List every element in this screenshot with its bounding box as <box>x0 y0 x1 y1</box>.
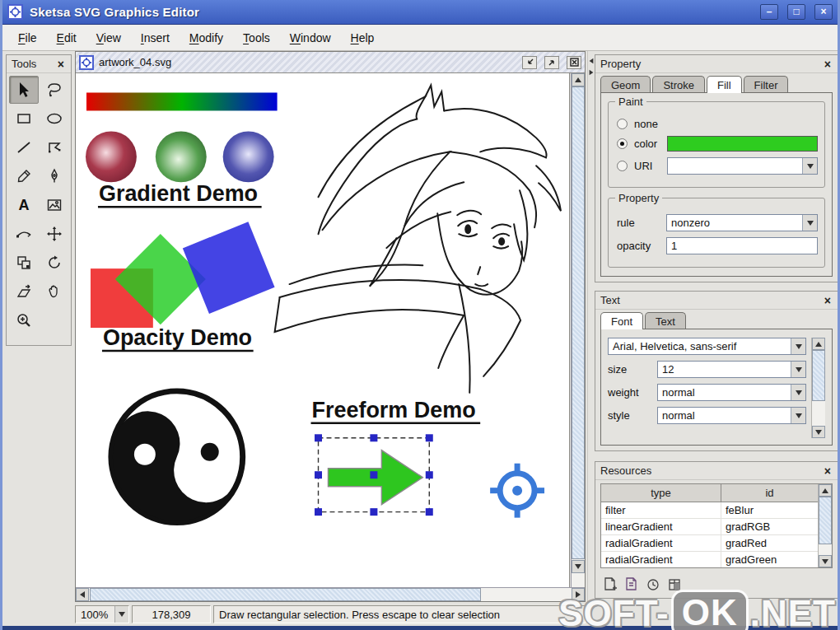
gradient-demo-group[interactable]: Gradient Demo <box>86 92 278 207</box>
pencil-tool-icon[interactable] <box>9 162 39 190</box>
resources-panel-header: Resources × <box>595 462 838 480</box>
tab-filter[interactable]: Filter <box>744 76 789 93</box>
canvas-vertical-scrollbar[interactable] <box>571 73 585 587</box>
tab-geom[interactable]: Geom <box>600 76 651 93</box>
node-edit-tool-icon[interactable] <box>9 220 39 248</box>
paint-uri-radio[interactable] <box>617 161 628 171</box>
rotate-tool-icon[interactable] <box>40 249 69 277</box>
collapse-left-icon[interactable] <box>590 58 594 63</box>
combo-arrow-icon[interactable] <box>791 385 805 400</box>
document-frame-titlebar[interactable]: artwork_04.svg <box>76 52 585 73</box>
move-tool-icon[interactable] <box>40 220 69 248</box>
combo-arrow-icon[interactable] <box>802 215 817 231</box>
tab-font[interactable]: Font <box>600 312 643 329</box>
property-panel-close-icon[interactable]: × <box>823 58 833 70</box>
scroll-up-icon[interactable] <box>572 73 585 86</box>
menu-insert[interactable]: Insert <box>132 27 179 49</box>
size-combobox[interactable]: 12 <box>657 361 806 378</box>
frame-restore-icon[interactable] <box>544 56 559 69</box>
collapse-right-icon[interactable] <box>590 70 594 75</box>
zoom-dropdown-icon[interactable] <box>114 606 128 623</box>
resources-panel-close-icon[interactable]: × <box>823 465 833 477</box>
scroll-up-icon[interactable] <box>812 338 825 350</box>
lasso-tool-icon[interactable] <box>40 76 69 104</box>
frame-minimize-icon[interactable] <box>522 56 537 69</box>
close-button[interactable]: × <box>814 4 833 20</box>
text-panel-close-icon[interactable]: × <box>823 295 833 306</box>
svg-canvas[interactable]: Gradient Demo Opacity Demo Freeform D <box>76 73 570 587</box>
combo-arrow-icon[interactable] <box>791 338 805 354</box>
combo-arrow-icon[interactable] <box>802 158 817 174</box>
scroll-left-icon[interactable] <box>76 588 89 601</box>
property-group-title: Property <box>615 192 662 204</box>
ellipse-tool-icon[interactable] <box>40 105 69 133</box>
paint-none-radio[interactable] <box>617 119 628 129</box>
crosshair-shape[interactable] <box>490 464 544 518</box>
hand-tool-icon[interactable] <box>40 278 69 306</box>
dock-splitter[interactable] <box>587 51 594 602</box>
rectangle-tool-icon[interactable] <box>9 105 39 133</box>
font-family-combobox[interactable]: Arial, Helvetica, sans-serif <box>608 338 806 355</box>
image-tool-icon[interactable] <box>40 191 69 219</box>
frame-close-icon[interactable] <box>567 56 581 69</box>
tab-fill[interactable]: Fill <box>707 76 742 93</box>
table-row[interactable]: radialGradient gradGreen <box>601 552 818 567</box>
combo-arrow-icon[interactable] <box>791 362 805 377</box>
scroll-up-icon[interactable] <box>819 484 832 497</box>
delete-resource-icon[interactable] <box>646 577 660 592</box>
uri-combobox[interactable] <box>667 157 818 175</box>
line-tool-icon[interactable] <box>9 133 39 161</box>
vertical-scroll-thumb[interactable] <box>572 86 585 559</box>
group-tool-icon[interactable] <box>9 249 39 277</box>
edit-resource-icon[interactable] <box>668 577 682 592</box>
menu-view[interactable]: View <box>87 27 130 49</box>
resources-table-header[interactable]: type id <box>601 484 818 502</box>
table-row[interactable]: radialGradient gradRed <box>601 535 818 552</box>
text-scroll-thumb[interactable] <box>812 350 825 401</box>
menu-file[interactable]: File <box>9 27 46 49</box>
scroll-down-icon[interactable] <box>819 555 832 567</box>
menu-help[interactable]: Help <box>342 27 384 49</box>
table-row[interactable]: filter feBlur <box>601 502 818 519</box>
scroll-down-icon[interactable] <box>572 560 585 573</box>
zoom-tool-icon[interactable] <box>9 306 39 334</box>
resources-scrollbar[interactable] <box>818 484 832 567</box>
polygon-tool-icon[interactable] <box>40 133 69 161</box>
style-combobox[interactable]: normal <box>657 407 806 424</box>
tools-panel-close-icon[interactable]: × <box>56 58 66 70</box>
paint-color-radio[interactable] <box>617 138 628 149</box>
yin-yang-group[interactable] <box>91 391 249 542</box>
fill-color-swatch[interactable] <box>667 136 818 152</box>
combo-arrow-icon[interactable] <box>791 408 805 423</box>
manga-drawing[interactable] <box>275 85 561 392</box>
table-row[interactable]: linearGradient gradRGB <box>601 519 818 535</box>
minimize-button[interactable]: – <box>760 4 778 20</box>
freeform-demo-group[interactable]: Freeform Demo <box>311 398 481 516</box>
opacity-demo-group[interactable]: Opacity Demo <box>91 222 275 351</box>
menu-window[interactable]: Window <box>281 27 340 49</box>
tab-text[interactable]: Text <box>645 312 686 329</box>
resources-panel-title: Resources <box>600 464 823 477</box>
resources-scroll-thumb[interactable] <box>819 497 832 544</box>
add-resource-icon[interactable] <box>604 577 618 592</box>
canvas-horizontal-scrollbar[interactable] <box>76 587 585 601</box>
canvas-area: Gradient Demo Opacity Demo Freeform D <box>76 73 585 601</box>
horizontal-scroll-thumb[interactable] <box>90 588 481 601</box>
scroll-down-icon[interactable] <box>812 426 825 438</box>
zoom-level-select[interactable]: 100% <box>75 605 129 623</box>
pen-tool-icon[interactable] <box>40 162 69 190</box>
select-tool-icon[interactable] <box>9 76 39 104</box>
tab-stroke[interactable]: Stroke <box>652 76 705 93</box>
menu-tools[interactable]: Tools <box>234 27 279 49</box>
menu-modify[interactable]: Modify <box>180 27 232 49</box>
scroll-right-icon[interactable] <box>572 588 585 601</box>
weight-combobox[interactable]: normal <box>657 384 806 401</box>
opacity-field[interactable]: 1 <box>666 237 818 254</box>
text-tool-icon[interactable]: A <box>9 191 39 219</box>
menu-edit[interactable]: Edit <box>48 27 86 49</box>
rule-combobox[interactable]: nonzero <box>666 214 818 231</box>
maximize-button[interactable]: □ <box>787 4 805 20</box>
duplicate-resource-icon[interactable] <box>625 577 639 592</box>
skew-tool-icon[interactable] <box>9 278 39 306</box>
text-panel-scrollbar[interactable] <box>811 338 825 438</box>
